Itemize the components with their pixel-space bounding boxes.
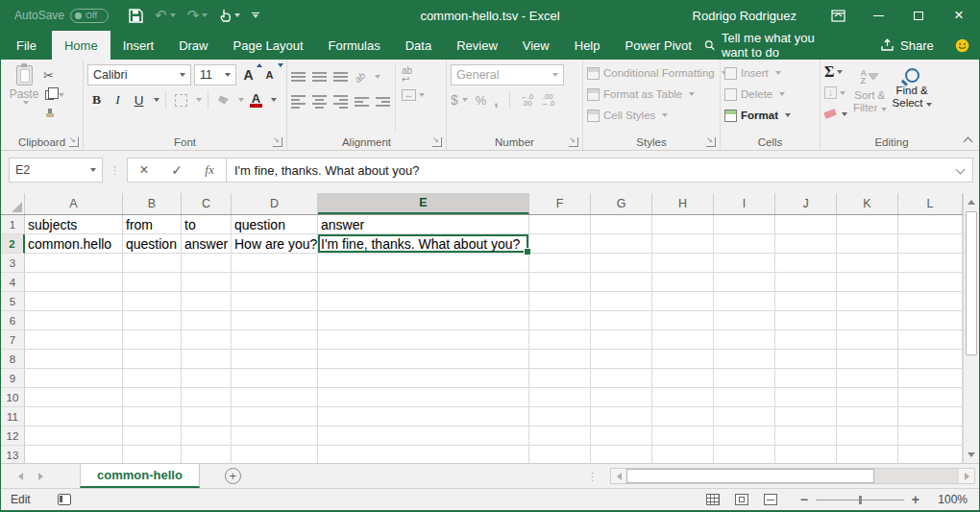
cell-G6[interactable] <box>591 311 652 330</box>
bold-button[interactable]: B <box>87 90 106 110</box>
cell-G1[interactable] <box>591 215 652 234</box>
cell-J5[interactable] <box>775 292 837 311</box>
tab-home[interactable]: Home <box>52 31 110 60</box>
cell-J10[interactable] <box>775 388 837 407</box>
cell-E6[interactable] <box>318 311 529 330</box>
cell-D11[interactable] <box>232 407 318 427</box>
tab-page-layout[interactable]: Page Layout <box>221 31 316 60</box>
vertical-scroll-track[interactable] <box>964 356 979 446</box>
row-header-3[interactable]: 3 <box>1 254 25 273</box>
enter-entry-button[interactable]: ✓ <box>160 158 193 182</box>
cell-A12[interactable] <box>25 427 123 446</box>
cell-G12[interactable] <box>591 427 652 446</box>
cell-A4[interactable] <box>25 273 123 292</box>
cell-E4[interactable] <box>318 273 529 292</box>
cell-J7[interactable] <box>775 330 837 350</box>
cell-J2[interactable] <box>775 234 837 254</box>
cell-J4[interactable] <box>775 273 837 292</box>
cell-C1[interactable]: to <box>182 215 232 234</box>
cell-G9[interactable] <box>591 369 652 388</box>
vertical-scrollbar[interactable] <box>963 193 979 463</box>
borders-button[interactable] <box>172 90 190 110</box>
vertical-scroll-thumb[interactable] <box>966 211 977 355</box>
previous-sheet-button[interactable] <box>18 473 23 480</box>
cell-D8[interactable] <box>232 350 318 369</box>
cell-H13[interactable] <box>652 446 714 463</box>
cell-B5[interactable] <box>123 292 182 311</box>
cell-D2[interactable]: How are you? <box>232 234 318 254</box>
cell-K7[interactable] <box>837 330 898 350</box>
sheet-tab-common-hello[interactable]: common-hello <box>80 464 200 488</box>
cell-J12[interactable] <box>775 427 837 446</box>
row-header-13[interactable]: 13 <box>1 446 25 463</box>
column-header-F[interactable]: F <box>529 193 591 214</box>
cell-B3[interactable] <box>123 254 182 273</box>
format-painter-button[interactable] <box>43 106 64 122</box>
name-box-dropdown[interactable] <box>90 168 96 172</box>
page-layout-view-button[interactable] <box>735 494 748 505</box>
cell-G3[interactable] <box>591 254 652 273</box>
cell-B10[interactable] <box>123 388 182 407</box>
cell-D1[interactable]: question <box>232 215 318 234</box>
insert-cells-button[interactable]: Insert <box>724 63 816 83</box>
cell-D13[interactable] <box>232 446 318 463</box>
cell-E12[interactable] <box>318 427 529 446</box>
cell-F6[interactable] <box>529 311 591 330</box>
close-button[interactable]: × <box>939 0 979 31</box>
cell-K1[interactable] <box>837 215 898 234</box>
column-header-L[interactable]: L <box>898 193 963 214</box>
font-name-combo[interactable]: Calibri <box>87 64 191 85</box>
cell-I13[interactable] <box>714 446 775 463</box>
cell-G13[interactable] <box>591 446 652 463</box>
cell-C12[interactable] <box>182 427 232 446</box>
cell-B8[interactable] <box>123 350 182 369</box>
cell-L9[interactable] <box>898 369 963 388</box>
font-color-button[interactable]: A <box>247 90 265 110</box>
cell-K5[interactable] <box>837 292 898 311</box>
tab-file[interactable]: File <box>1 31 52 60</box>
cell-J13[interactable] <box>775 446 837 463</box>
cell-D4[interactable] <box>232 273 318 292</box>
cell-E10[interactable] <box>318 388 529 407</box>
decrease-decimal-button[interactable]: .00→.0 <box>541 93 554 107</box>
cell-K11[interactable] <box>837 407 898 427</box>
cell-J8[interactable] <box>775 350 837 369</box>
cell-F11[interactable] <box>529 407 591 427</box>
row-header-6[interactable]: 6 <box>1 311 25 330</box>
autosum-button[interactable]: Σ <box>824 62 847 81</box>
cell-C3[interactable] <box>182 254 232 273</box>
tab-formulas[interactable]: Formulas <box>316 31 393 60</box>
cell-L11[interactable] <box>898 407 963 427</box>
cell-K4[interactable] <box>837 273 898 292</box>
row-header-10[interactable]: 10 <box>1 388 25 407</box>
alignment-dialog-launcher[interactable]: ↘ <box>432 137 442 147</box>
format-cells-button[interactable]: Format <box>724 106 816 125</box>
decrease-font-size-button[interactable]: A <box>260 65 279 85</box>
column-header-D[interactable]: D <box>232 193 318 214</box>
cell-I7[interactable] <box>714 330 775 350</box>
comma-style-button[interactable]: , <box>494 92 498 109</box>
cell-F8[interactable] <box>529 350 591 369</box>
cell-C9[interactable] <box>182 369 232 388</box>
cell-styles-button[interactable]: Cell Styles <box>587 106 716 125</box>
cell-C5[interactable] <box>182 292 232 311</box>
cell-K12[interactable] <box>837 427 898 446</box>
cell-J6[interactable] <box>775 311 837 330</box>
cell-B7[interactable] <box>123 330 182 350</box>
font-size-combo[interactable]: 11 <box>194 64 236 85</box>
cell-E2[interactable]: I'm fine, thanks. What about you? <box>318 234 529 254</box>
cut-button[interactable]: ✂ <box>43 67 64 84</box>
cell-D12[interactable] <box>232 427 318 446</box>
cell-F4[interactable] <box>529 273 591 292</box>
cell-I12[interactable] <box>714 427 775 446</box>
cell-G7[interactable] <box>591 330 652 350</box>
column-header-J[interactable]: J <box>775 193 837 214</box>
cell-J3[interactable] <box>775 254 837 273</box>
paste-button[interactable]: Paste <box>5 62 43 133</box>
cell-I10[interactable] <box>714 388 775 407</box>
macro-record-icon[interactable] <box>58 494 71 505</box>
tell-me-box[interactable]: Tell me what you want to do <box>704 31 844 60</box>
undo-button[interactable]: ↶ <box>150 3 181 28</box>
cell-A9[interactable] <box>25 369 123 388</box>
cell-I1[interactable] <box>714 215 775 234</box>
